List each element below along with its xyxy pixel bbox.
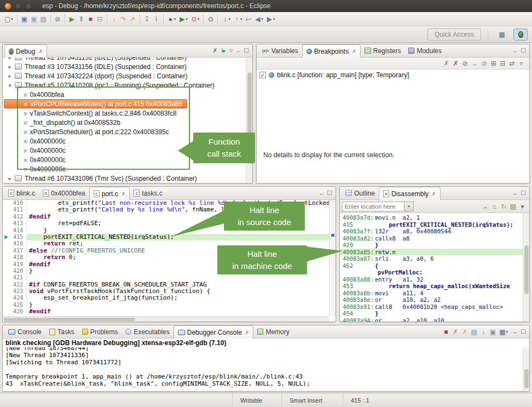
view-menu-icon[interactable]: ▿: [229, 47, 233, 54]
disassembly-source-row[interactable]: 415 portEXIT_CRITICAL_NESTED(irqStatus);: [340, 221, 523, 228]
debug-thread-row[interactable]: ▸Thread #6 1073431096 (Tmr Svc) (Suspend…: [4, 174, 201, 183]
new-icon[interactable]: ▢▾: [3, 14, 15, 25]
editor-hscrollbar[interactable]: [3, 316, 329, 322]
debug-frame-row[interactable]: ≡vTaskSwitchContext() at tasks.c:2,846 0…: [4, 108, 181, 118]
last-edit-location-icon[interactable]: ↩: [244, 14, 253, 25]
minimize-icon[interactable]: –: [513, 329, 517, 335]
tab-debug[interactable]: Debug ✗: [4, 44, 47, 58]
drop-to-frame-icon[interactable]: ↧: [142, 14, 152, 25]
console-scrollbar[interactable]: [523, 347, 529, 391]
disassembly-label-row[interactable]: pvPortMalloc:: [340, 269, 523, 276]
debug-frame-row[interactable]: ≡_frxt_dispatch() at 0x4008532b: [4, 118, 125, 127]
tab-disassembly[interactable]: ≡ Disassembly ✗: [379, 187, 441, 200]
disassembly-source-row[interactable]: 420}: [340, 242, 523, 249]
breakpoint-item[interactable]: ✓ blink.c [function: app_main] [type: Te…: [257, 70, 529, 81]
maximize-button[interactable]: [25, 3, 32, 10]
disassembly-instruction-row[interactable]: 40083a7f:l32r a8, 0x40080544: [340, 228, 523, 235]
close-button[interactable]: [4, 3, 11, 10]
close-icon[interactable]: ✗: [432, 191, 436, 197]
code-line-423[interactable]: 423void vPortFirstTaskHook(TaskFunction_…: [3, 288, 329, 295]
tab-port-c[interactable]: c port.c ✗: [89, 187, 130, 200]
refresh-icon[interactable]: ↻: [499, 201, 508, 212]
code-line-426[interactable]: 426#endif: [3, 308, 329, 315]
code-line-411[interactable]: 411 ets_printf("Called by %s line %d\n",…: [3, 207, 329, 213]
breakpoint-checkbox[interactable]: ✓: [259, 72, 266, 78]
disassembly-instruction-row[interactable]: 40083a85:retw.n: [340, 249, 523, 256]
skip-all-breakpoints-icon[interactable]: ⊘: [479, 58, 489, 69]
minimize-icon[interactable]: –: [513, 48, 517, 54]
print-icon[interactable]: ▤: [39, 14, 48, 25]
tab-modules[interactable]: Modules: [404, 44, 445, 57]
back-icon[interactable]: ◀▾: [253, 14, 265, 25]
maximize-icon[interactable]: ☐: [521, 328, 526, 335]
location-input[interactable]: [342, 202, 404, 211]
tab-tasks[interactable]: Tasks: [45, 325, 78, 338]
close-icon[interactable]: ✗: [352, 49, 356, 54]
tab-breakpoints[interactable]: Breakpoints ✗: [302, 44, 361, 58]
tab-blink-c[interactable]: c blink.c: [4, 187, 39, 199]
home-icon[interactable]: ⌂: [490, 201, 499, 212]
debug-thread-row[interactable]: ▾Thread #5 1073410208 (ipc1 : Running) (…: [4, 81, 219, 90]
code-line-422[interactable]: 422#if CONFIG_FREERTOS_BREAK_ON_SCHEDULE…: [3, 282, 329, 288]
expand-icon[interactable]: ▸: [6, 176, 14, 181]
remove-all-terminated-icon[interactable]: ✗: [212, 47, 217, 54]
minimize-icon[interactable]: –: [513, 190, 517, 197]
tab-problems[interactable]: Problems: [78, 325, 122, 338]
minimize-icon[interactable]: –: [236, 48, 240, 54]
code-line-417[interactable]: 417#else //!CONFIG_FREERTOS_UNICORE: [3, 248, 329, 254]
code-line-412[interactable]: 412#endif: [3, 214, 329, 220]
code-line-424[interactable]: 424 esp_set_breakpoint_if_jtag(function)…: [3, 295, 329, 301]
location-dropdown-icon[interactable]: ▾: [404, 202, 414, 211]
remove-launch-icon[interactable]: ✗: [450, 326, 460, 337]
terminate-icon[interactable]: ■: [86, 14, 95, 25]
code-line-418[interactable]: 418 return 0;: [3, 254, 329, 261]
skip-all-breakpoints-icon[interactable]: ⊘: [53, 14, 62, 25]
debug-thread-row[interactable]: ▸Thread #3 1073431156 (IDLE) (Suspended …: [4, 62, 191, 71]
debug-frame-row[interactable]: ≡0x4000000c: [4, 146, 70, 155]
step-into-icon[interactable]: ↓: [109, 14, 119, 25]
disassembly-source-row[interactable]: 453 return heap_caps_malloc(xWantedSize: [340, 283, 523, 290]
remove-all-terminated-icon[interactable]: ✗: [460, 326, 469, 337]
step-return-icon[interactable]: ↗: [128, 14, 137, 25]
scroll-lock-icon[interactable]: ↓: [479, 326, 488, 337]
go-to-file-icon[interactable]: →: [470, 58, 479, 69]
debug-frame-row[interactable]: ≡0x4000bfea: [4, 90, 68, 99]
sync-with-pc-icon[interactable]: →: [480, 201, 490, 212]
maximize-icon[interactable]: ☐: [244, 47, 249, 54]
tab-executables[interactable]: Executables: [122, 325, 173, 338]
disassembly-instruction-row[interactable]: 40083a88:entry a1, 32: [340, 276, 523, 283]
code-line-420[interactable]: 420}: [3, 268, 329, 274]
debug-perspective-button[interactable]: [513, 28, 528, 41]
debug-frame-row[interactable]: ≡xPortStartScheduler() at port.c:222 0x4…: [4, 127, 174, 136]
collapse-icon[interactable]: ▾: [6, 83, 14, 88]
clear-console-icon[interactable]: ▤: [469, 326, 478, 337]
disassembly-scrollbar[interactable]: [523, 213, 529, 322]
open-perspective-button[interactable]: ▦: [495, 28, 509, 41]
suspend-icon[interactable]: ‖: [77, 14, 86, 25]
debug-thread-row[interactable]: ▸Thread #4 1073432224 (dport) (Suspended…: [4, 71, 192, 81]
tab-console[interactable]: Console: [4, 325, 45, 338]
remove-selected-breakpoints-icon[interactable]: ✗: [442, 58, 451, 69]
disassembly-instruction-row[interactable]: 40083a91:call8 0x40081b20 <heap_caps_mal…: [340, 303, 523, 311]
terminate-icon[interactable]: ■: [441, 326, 450, 337]
code-line-413[interactable]: 413 ret=pdFALSE;: [3, 220, 329, 227]
tab-debugger-console[interactable]: Debugger Console ✗: [174, 325, 254, 339]
tab-outline[interactable]: Outline: [342, 187, 379, 199]
disassembly-instruction-row[interactable]: 40083a8b:movi a11, 4: [340, 290, 523, 297]
maximize-icon[interactable]: ☐: [521, 190, 526, 197]
previous-annotation-icon[interactable]: ↑▾: [232, 14, 244, 25]
debug-scrollbar[interactable]: [246, 58, 252, 183]
forward-icon[interactable]: ▶▾: [265, 14, 277, 25]
remove-all-breakpoints-icon[interactable]: ✗: [451, 58, 460, 69]
resume-icon[interactable]: ▶: [67, 14, 77, 25]
tab-0x4000bfea[interactable]: ≡ 0x4000bfea: [39, 187, 89, 199]
collapse-all-icon[interactable]: ⊟: [498, 58, 507, 69]
disconnect-icon[interactable]: ⊟: [95, 14, 105, 25]
close-icon[interactable]: ✗: [245, 330, 250, 335]
next-annotation-icon[interactable]: ↓▾: [220, 14, 232, 25]
external-tools-icon[interactable]: ⊙▾: [189, 14, 201, 25]
code-line-415[interactable]: 415 portEXIT_CRITICAL_NESTED(irqStatus);: [3, 234, 329, 240]
instruction-stepping-icon[interactable]: i: [152, 14, 161, 25]
expand-icon[interactable]: ▸: [6, 73, 14, 79]
disassembly-instruction-row[interactable]: 40083a7d:movi.n a2, 1: [340, 214, 523, 221]
